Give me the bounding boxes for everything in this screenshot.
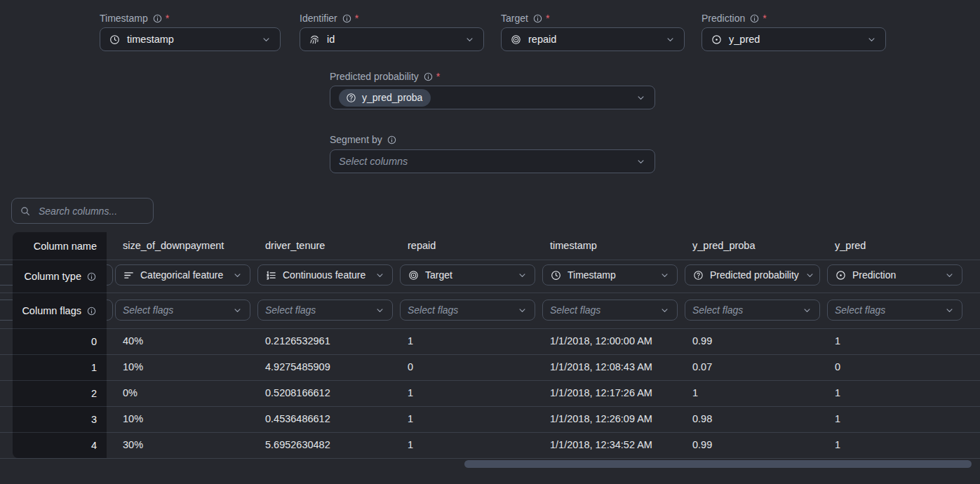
info-icon[interactable]: [342, 13, 352, 24]
question-circle-icon: [692, 269, 704, 281]
chevron-down-icon: [517, 305, 528, 316]
table-cell: 1: [408, 406, 413, 432]
table-cell: 4.9275485909: [265, 354, 330, 380]
fingerprint-icon: [309, 34, 321, 46]
timestamp-field-label: Timestamp *: [100, 12, 169, 25]
table-cell: 1: [835, 328, 840, 354]
table-cell: 0%: [123, 380, 137, 406]
info-icon[interactable]: [86, 271, 97, 282]
info-icon[interactable]: [86, 306, 97, 316]
identifier-select[interactable]: id: [300, 27, 484, 51]
column-flags-select-size_of_downpayment[interactable]: Select flags: [115, 300, 250, 321]
table-cell: 5.6952630482: [265, 432, 330, 458]
info-icon[interactable]: [387, 135, 397, 145]
chevron-down-icon: [944, 305, 955, 316]
table-cell: 0.5208166612: [265, 380, 330, 406]
table-cell: 1/1/2018, 12:26:09 AM: [550, 406, 652, 432]
chevron-down-icon: [232, 305, 243, 316]
column-name-row-header: Column name: [13, 232, 97, 260]
column-flags-select-timestamp[interactable]: Select flags: [542, 300, 678, 321]
info-icon[interactable]: [423, 72, 434, 82]
segment-by-field-label: Segment by: [330, 133, 397, 146]
row-separator: [0, 380, 980, 381]
table-cell: 1/1/2018, 12:00:00 AM: [550, 328, 652, 354]
segment-by-select[interactable]: Select columns: [330, 149, 655, 173]
table-cell: 1: [408, 432, 413, 458]
column-type-select-y_pred_proba[interactable]: Predicted probability: [685, 264, 820, 285]
categorical-feature-icon: [123, 269, 135, 281]
search-columns-box[interactable]: [11, 198, 154, 224]
table-cell: 0.99: [692, 328, 712, 354]
predicted-probability-select[interactable]: y_pred_proba: [330, 86, 655, 109]
target-icon: [408, 269, 419, 281]
predicted-probability-field-label: Predicted probability *: [330, 70, 440, 83]
table-cell: 0.4536486612: [265, 406, 330, 432]
row-separator: [0, 328, 980, 329]
column-header-y_pred_proba: y_pred_proba: [692, 232, 756, 260]
clock-icon: [550, 269, 562, 281]
search-icon: [20, 206, 31, 217]
row-separator: [0, 260, 980, 260]
row-separator: [0, 432, 980, 433]
predicted-probability-chip[interactable]: y_pred_proba: [339, 89, 431, 107]
column-type-select-size_of_downpayment[interactable]: Categorical feature: [115, 264, 250, 285]
row-separator: [0, 293, 980, 293]
table-cell: 0.98: [692, 406, 712, 432]
column-flags-select-y_pred_proba[interactable]: Select flags: [685, 300, 820, 321]
column-header-y_pred: y_pred: [835, 232, 866, 260]
target-field-label: Target *: [501, 12, 549, 25]
prediction-select[interactable]: y_pred: [702, 27, 886, 51]
column-type-row-header: Column type: [13, 260, 97, 293]
table-cell: 0: [835, 354, 840, 380]
chevron-down-icon: [866, 34, 877, 45]
target-select[interactable]: repaid: [501, 27, 685, 51]
required-asterisk: *: [166, 13, 169, 24]
chevron-down-icon: [802, 305, 812, 316]
chevron-down-icon: [232, 270, 243, 281]
column-flags-select-repaid[interactable]: Select flags: [400, 300, 535, 321]
timestamp-select-value: timestamp: [127, 34, 174, 45]
prediction-icon: [835, 269, 847, 281]
sticky-first-column: Column name Column type Column flags 0 1…: [13, 232, 107, 458]
chevron-down-icon: [517, 270, 528, 281]
info-icon[interactable]: [749, 13, 760, 24]
target-select-value: repaid: [528, 34, 556, 45]
column-header-driver_tenure: driver_tenure: [265, 232, 325, 260]
column-type-select-timestamp[interactable]: Timestamp: [542, 264, 678, 285]
row-separator: [0, 354, 980, 355]
table-cell: 0: [408, 354, 413, 380]
column-flags-select-driver_tenure[interactable]: Select flags: [257, 300, 393, 321]
column-header-size_of_downpayment: size_of_downpayment: [123, 232, 224, 260]
required-asterisk: *: [546, 13, 549, 24]
timestamp-select[interactable]: timestamp: [100, 27, 281, 51]
info-icon[interactable]: [532, 13, 543, 24]
required-asterisk: *: [763, 13, 766, 24]
column-type-select-repaid[interactable]: Target: [400, 264, 535, 285]
table-cell: 30%: [123, 432, 143, 458]
table-cell: 1: [408, 328, 413, 354]
prediction-field-label: Prediction *: [702, 12, 767, 25]
question-circle-icon: [345, 92, 357, 104]
chevron-down-icon: [665, 34, 676, 45]
search-columns-input[interactable]: [37, 205, 145, 217]
row-index: 3: [13, 406, 97, 432]
row-separator: [0, 458, 980, 459]
table-cell: 1: [408, 380, 413, 406]
chevron-down-icon: [659, 270, 670, 281]
table-cell: 0.99: [692, 432, 712, 458]
column-type-select-driver_tenure[interactable]: Continuous feature: [257, 264, 393, 285]
column-flags-select-y_pred[interactable]: Select flags: [827, 300, 962, 321]
info-icon[interactable]: [152, 13, 163, 24]
chevron-down-icon: [375, 270, 385, 281]
column-type-select-y_pred[interactable]: Prediction: [827, 264, 962, 285]
chevron-down-icon: [636, 156, 646, 167]
clock-icon: [109, 34, 121, 46]
chevron-down-icon: [659, 305, 670, 316]
segment-by-placeholder: Select columns: [339, 156, 408, 167]
row-index: 1: [13, 354, 97, 380]
identifier-select-value: id: [327, 34, 335, 45]
table-cell: 10%: [123, 354, 143, 380]
column-header-repaid: repaid: [408, 232, 436, 260]
chevron-down-icon: [464, 34, 475, 45]
horizontal-scrollbar-thumb[interactable]: [464, 460, 972, 468]
